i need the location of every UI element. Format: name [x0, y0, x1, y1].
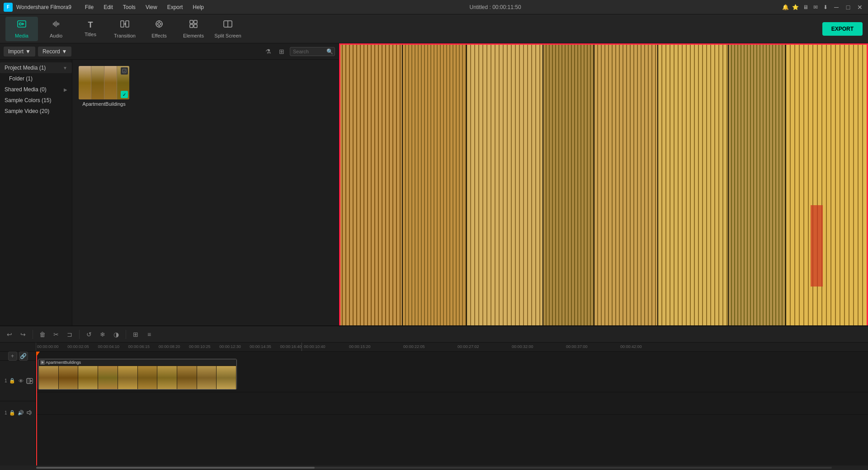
ruler-mark-1: 00:00:02:05	[67, 344, 98, 349]
search-input[interactable]	[293, 49, 325, 54]
splitscreen-label: Split Screen	[214, 33, 241, 38]
ruler-mark-8: 00:00:16:40	[280, 344, 302, 349]
titles-label: Titles	[85, 32, 96, 37]
import-chevron-icon: ▼	[25, 48, 31, 55]
ruler-mark-r5: 00:00:37:00	[566, 344, 620, 349]
grid-icon[interactable]: ⊞	[276, 46, 287, 57]
elements-label: Elements	[183, 33, 204, 38]
svg-point-5	[158, 23, 160, 25]
thumb-strip-3	[104, 66, 117, 99]
frame-7	[157, 366, 177, 390]
minimize-button[interactable]: ─	[832, 3, 841, 12]
track-eye-icon[interactable]: 👁	[18, 377, 24, 385]
cut-button[interactable]: ✂	[50, 329, 62, 340]
ruler-mark-r4: 00:00:32:00	[512, 344, 566, 349]
menu-view[interactable]: View	[141, 2, 162, 12]
svg-rect-16	[27, 378, 30, 383]
scrollbar-thumb[interactable]	[36, 467, 315, 469]
video-clip[interactable]: ApartmentBuildings	[38, 359, 237, 390]
svg-rect-6	[190, 20, 193, 24]
sidebar-item-folder[interactable]: Folder (1)	[0, 73, 72, 84]
audio-lock-icon[interactable]: 🔒	[9, 409, 16, 416]
sidebar-item-colors[interactable]: Sample Colors (15)	[0, 95, 72, 106]
filter-icon[interactable]: ⚗	[263, 46, 274, 57]
ruler-left-indent	[0, 343, 36, 351]
marker-button[interactable]: ⊞	[130, 329, 142, 340]
add-media-buttons: + 🔗	[0, 352, 36, 361]
timeline-left-panel: + 🔗 1 🔒 👁 1 🔒 🔊	[0, 352, 36, 465]
delete-button[interactable]: 🗑	[37, 329, 48, 340]
import-button[interactable]: Import ▼	[4, 47, 35, 56]
audio-mute-icon[interactable]: 🔊	[18, 409, 24, 416]
frame-5	[118, 366, 137, 390]
menu-export[interactable]: Export	[163, 2, 188, 12]
import-label: Import	[8, 48, 24, 55]
tool-elements[interactable]: Elements	[177, 17, 210, 41]
add-audio-track-button[interactable]: 🔗	[19, 352, 28, 361]
tool-titles[interactable]: T Titles	[74, 17, 107, 41]
ruler-mark-5: 00:00:10:25	[189, 344, 219, 349]
tool-effects[interactable]: Effects	[143, 17, 175, 41]
menu-help[interactable]: Help	[188, 2, 208, 12]
undo-button[interactable]: ↩	[4, 329, 15, 340]
timeline-content: ApartmentBuildings	[36, 352, 868, 465]
maximize-button[interactable]: □	[844, 3, 853, 12]
trim-button[interactable]: ⊐	[64, 329, 75, 340]
ruler-labels-left: 00:00:00:00 00:00:02:05 00:00:04:10 00:0…	[36, 343, 302, 349]
media-type-badge	[121, 67, 128, 75]
tool-media[interactable]: Media	[5, 17, 38, 41]
transition-icon	[120, 19, 130, 31]
menu-tools[interactable]: Tools	[118, 2, 140, 12]
crop-timeline-button[interactable]: ↺	[83, 329, 95, 340]
list-item[interactable]: ✓ ApartmentBuildings	[77, 64, 131, 108]
close-button[interactable]: ✕	[855, 3, 864, 12]
video-track-header: 1 🔒 👁	[0, 361, 36, 401]
redo-button[interactable]: ↪	[17, 329, 29, 340]
splitscreen-icon	[223, 19, 233, 31]
tool-audio[interactable]: Audio	[40, 17, 72, 41]
ruler-mark-r0: 00:00:10:40	[304, 344, 349, 349]
titlebar-left: F Wondershare Filmora9 File Edit Tools V…	[4, 2, 208, 12]
svg-rect-9	[194, 24, 197, 28]
timeline-ruler-left: 00:00:00:00 00:00:02:05 00:00:04:10 00:0…	[36, 343, 302, 351]
sample-video-label: Sample Video (20)	[5, 108, 49, 114]
download-icon[interactable]: ⬇	[822, 4, 829, 11]
sidebar-item-video[interactable]: Sample Video (20)	[0, 106, 72, 117]
list-button[interactable]: ≡	[143, 329, 155, 340]
timeline-playhead	[36, 352, 37, 465]
ruler-labels-right: 00:00:10:40 00:00:15:20 00:00:22:05 00:0…	[302, 343, 868, 349]
ruler-mark-r3: 00:00:27:02	[458, 344, 512, 349]
ruler-mark-0: 00:00:00:00	[37, 344, 67, 349]
tool-splitscreen[interactable]: Split Screen	[212, 17, 244, 41]
search-icon: 🔍	[326, 48, 333, 55]
timeline-area: ↩ ↪ 🗑 ✂ ⊐ ↺ ❄ ◑ ⊞ ≡ 00:00:00:00 00:00:02…	[0, 325, 868, 470]
audio-track-header: 1 🔒 🔊	[0, 401, 36, 424]
share-icon[interactable]: 🖥	[802, 4, 809, 11]
color-button[interactable]: ◑	[110, 329, 122, 340]
track-lock-icon[interactable]: 🔒	[9, 377, 16, 385]
export-button[interactable]: EXPORT	[822, 22, 863, 36]
titlebar-controls: 🔔 ⭐ 🖥 ✉ ⬇ ─ □ ✕	[782, 3, 864, 12]
sidebar-item-shared[interactable]: Shared Media (0) ▶	[0, 84, 72, 95]
timeline-ruler-row: 00:00:00:00 00:00:02:05 00:00:04:10 00:0…	[0, 343, 868, 352]
record-button[interactable]: Record ▼	[38, 47, 72, 56]
sample-colors-label: Sample Colors (15)	[5, 97, 51, 103]
video-track-icon	[26, 377, 33, 385]
add-video-track-button[interactable]: +	[8, 352, 17, 361]
freeze-button[interactable]: ❄	[97, 329, 108, 340]
project-chevron-icon: ▼	[63, 66, 67, 70]
audio-track	[36, 392, 868, 415]
menu-edit[interactable]: Edit	[99, 2, 118, 12]
message-icon[interactable]: ✉	[812, 4, 819, 11]
timeline-scrollbar	[0, 465, 868, 470]
media-label: Media	[15, 33, 28, 38]
sidebar-item-project[interactable]: Project Media (1) ▼	[0, 62, 72, 73]
tool-transition[interactable]: Transition	[108, 17, 141, 41]
scrollbar-track[interactable]	[36, 467, 832, 469]
frame-8	[177, 366, 197, 390]
star-icon[interactable]: ⭐	[792, 4, 799, 11]
thumb-strip-2	[91, 66, 104, 99]
menu-file[interactable]: File	[80, 2, 98, 12]
titlebar: F Wondershare Filmora9 File Edit Tools V…	[0, 0, 868, 14]
notification-icon[interactable]: 🔔	[782, 4, 789, 11]
